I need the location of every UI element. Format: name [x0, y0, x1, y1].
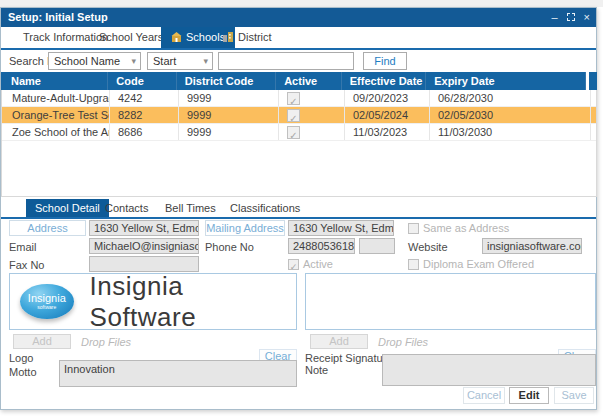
insignia-logo-icon: Insignia software — [20, 284, 74, 319]
search-operator-select[interactable]: Start With ▾ — [147, 52, 213, 70]
phone-field: 2488053618 — [288, 238, 355, 254]
main-tab-bar: Track Information School Years Schools D… — [1, 27, 596, 50]
school-icon — [171, 32, 182, 42]
cell-district-code: 9999 — [179, 107, 279, 123]
table-body: Mature-Adult-Upgrading Sc... 4242 9999 ✓… — [1, 90, 597, 197]
detail-tab-bar: School Detail Contacts Bell Times Classi… — [1, 199, 596, 219]
header-filler — [589, 72, 597, 90]
cell-active: ✓ — [279, 90, 345, 106]
cell-code: 4242 — [110, 90, 179, 106]
setup-window: Setup: Initial Setup – × Track Informati… — [0, 7, 597, 410]
col-district-code[interactable]: District Code — [177, 72, 276, 90]
cell-active: ✓ — [279, 124, 345, 140]
diploma-checkbox-row: ✓Diploma Exam Offered — [408, 258, 534, 271]
cell-effective-date: 02/05/2024 — [345, 107, 430, 123]
motto-label: Motto — [9, 365, 37, 379]
mailing-address-field: 1630 Yellow St, Edmonton, A — [288, 220, 394, 236]
phone-label: Phone No — [205, 240, 254, 254]
active-label: Active — [303, 258, 333, 270]
col-effective-date[interactable]: Effective Date — [342, 72, 426, 90]
title-bar: Setup: Initial Setup – × — [1, 8, 596, 27]
logo-brand-text: Insignia Software — [90, 271, 296, 333]
logo-preview-box: Insignia software Insignia Software — [9, 273, 297, 330]
col-expiry-date[interactable]: Expiry Date — [426, 72, 586, 90]
fax-label: Fax No — [9, 258, 44, 272]
logo-label: Logo — [9, 351, 33, 365]
website-field: insigniasoftware.com — [482, 238, 582, 254]
chevron-down-icon: ▾ — [131, 53, 136, 70]
active-checkbox: ✓ — [287, 109, 300, 122]
chevron-down-icon: ▾ — [203, 53, 208, 70]
note-label: Note — [305, 363, 328, 377]
address-field: 1630 Yellow St, Edmonton, A — [89, 220, 199, 236]
cell-name: Orange-Tree Test School — [2, 107, 110, 123]
phone-ext-field — [359, 238, 395, 254]
desktop-strip — [0, 0, 603, 7]
col-name[interactable]: Name — [1, 72, 108, 90]
search-field-select[interactable]: School Name ▾ — [48, 52, 141, 70]
window-title: Setup: Initial Setup — [1, 11, 108, 23]
table-row[interactable]: Orange-Tree Test School 8282 9999 ✓ 02/0… — [2, 107, 596, 124]
note-field — [382, 354, 596, 386]
cell-effective-date: 11/03/2023 — [345, 124, 430, 140]
diploma-label: Diploma Exam Offered — [423, 258, 534, 270]
cell-code: 8282 — [110, 107, 179, 123]
cell-district-code: 9999 — [179, 124, 279, 140]
receipt-signature-box — [305, 273, 596, 330]
cell-effective-date: 09/20/2023 — [345, 90, 430, 106]
address-button[interactable]: Address — [9, 220, 86, 236]
checkbox-icon: ✓ — [408, 223, 419, 234]
active-checkbox: ✓ — [287, 126, 300, 139]
logo-drop-files-label: Drop Files — [81, 336, 131, 349]
cell-expiry-date: 06/28/2030 — [430, 90, 591, 106]
email-label: Email — [9, 240, 37, 254]
mailing-address-button[interactable]: Mailing Address — [205, 220, 285, 236]
checkbox-icon: ✓ — [408, 259, 419, 270]
signature-drop-files-label: Drop Files — [378, 336, 428, 349]
maximize-icon[interactable] — [567, 8, 575, 27]
edit-button[interactable]: Edit — [509, 387, 549, 404]
cell-code: 8686 — [110, 124, 179, 140]
search-bar: Search By School Name ▾ Start With ▾ Fin… — [1, 52, 596, 72]
cancel-button[interactable]: Cancel — [463, 387, 505, 404]
same-as-address-label: Same as Address — [423, 222, 509, 234]
col-active[interactable]: Active — [276, 72, 342, 90]
motto-field: Innovation — [59, 360, 297, 387]
logo-add-button[interactable]: Add — [13, 334, 71, 349]
cell-active: ✓ — [279, 107, 345, 123]
district-icon — [223, 32, 234, 42]
find-button[interactable]: Find — [363, 52, 407, 70]
table-row[interactable]: Mature-Adult-Upgrading Sc... 4242 9999 ✓… — [2, 90, 596, 107]
tab-district-label: District — [238, 31, 272, 43]
cell-expiry-date: 11/03/2030 — [430, 124, 591, 140]
tab-district[interactable]: District — [213, 27, 282, 48]
search-field-value: School Name — [54, 55, 120, 67]
close-icon[interactable]: × — [584, 8, 590, 27]
active-checkbox-row: ✓Active — [288, 258, 333, 271]
table-row[interactable]: Zoe School of the Arts 8686 9999 ✓ 11/03… — [2, 124, 596, 141]
tab-bell-times[interactable]: Bell Times — [156, 199, 225, 217]
table-header: Name Code District Code Active Effective… — [1, 72, 597, 90]
signature-add-button[interactable]: Add — [310, 334, 368, 349]
checkbox-icon: ✓ — [288, 259, 299, 270]
tab-classifications[interactable]: Classifications — [221, 199, 309, 217]
save-button[interactable]: Save — [554, 387, 594, 404]
email-field: MichaelO@insigniasoftware — [89, 238, 199, 254]
same-as-address-checkbox: ✓Same as Address — [408, 222, 509, 235]
website-label: Website — [408, 240, 448, 254]
cell-district-code: 9999 — [179, 90, 279, 106]
minimize-icon[interactable]: – — [551, 8, 557, 27]
col-code[interactable]: Code — [108, 72, 177, 90]
logo-badge-subtext: software — [20, 305, 74, 310]
search-input[interactable] — [218, 52, 354, 70]
cell-expiry-date: 02/05/2030 — [430, 107, 591, 123]
schools-table: Name Code District Code Active Effective… — [1, 72, 597, 197]
tab-contacts[interactable]: Contacts — [96, 199, 157, 217]
cell-name: Mature-Adult-Upgrading Sc... — [2, 90, 110, 106]
active-checkbox: ✓ — [287, 92, 300, 105]
cell-name: Zoe School of the Arts — [2, 124, 110, 140]
